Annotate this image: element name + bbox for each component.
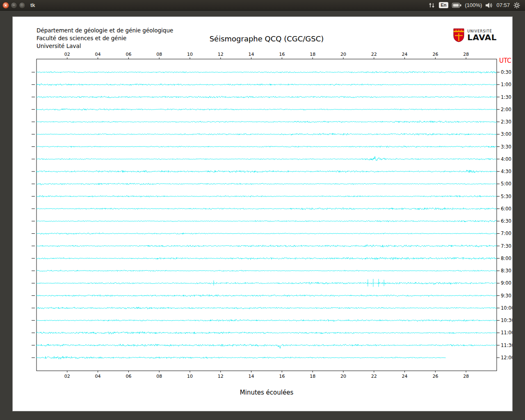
trace-time-label: 10:00 <box>501 305 512 311</box>
maximize-icon: □ <box>21 2 23 8</box>
x-tick-label-bottom: 10 <box>187 374 193 379</box>
battery-label[interactable]: (100%) <box>465 2 482 8</box>
trace-time-label: 12:00 <box>501 355 512 361</box>
trace-time-label: 9:00 <box>501 280 511 286</box>
seismogram-trace <box>37 156 497 160</box>
window-title: tk <box>30 2 35 8</box>
seismogram-trace <box>37 220 497 222</box>
trace-time-label: 0:30 <box>501 69 511 75</box>
trace-time-label: 5:30 <box>501 194 511 199</box>
seismogram-trace <box>37 257 497 260</box>
x-tick-label-top: 18 <box>310 52 315 57</box>
window-buttons: × − □ <box>0 2 25 9</box>
trace-time-label: 3:30 <box>501 144 511 150</box>
volume-icon[interactable] <box>486 2 493 8</box>
x-tick-label-bottom: 24 <box>402 374 408 379</box>
x-tick-label-bottom: 16 <box>279 374 285 379</box>
x-tick-label-top: 16 <box>279 52 285 57</box>
x-tick-label-bottom: 14 <box>249 374 254 379</box>
seismogram-trace <box>37 282 497 285</box>
x-tick-label-bottom: 12 <box>218 374 224 379</box>
minimize-icon: − <box>13 2 15 8</box>
trace-time-label: 4:30 <box>501 169 511 174</box>
seismogram-trace <box>37 344 497 349</box>
seismogram-trace <box>37 270 497 272</box>
x-tick-label-bottom: 28 <box>463 374 469 379</box>
status-tray: En (100%) 07:57 <box>429 2 525 9</box>
trace-time-label: 11:30 <box>501 342 512 348</box>
seismogram-trace <box>37 133 497 135</box>
trace-time-label: 7:30 <box>501 243 511 249</box>
trace-time-label: 8:30 <box>501 268 511 274</box>
battery-icon[interactable] <box>452 3 461 8</box>
seismogram-trace <box>37 170 497 173</box>
seismogram-trace <box>37 244 497 247</box>
seismogram-trace <box>37 84 497 86</box>
seismogram-trace <box>37 294 497 297</box>
trace-time-label: 10:30 <box>501 317 512 323</box>
updown-arrows-icon[interactable] <box>429 2 435 8</box>
seismogram-trace <box>37 71 497 73</box>
seismogram-trace <box>37 183 497 185</box>
x-axis-title: Minutes écoulées <box>240 389 294 396</box>
x-tick-label-top: 24 <box>402 52 408 57</box>
x-tick-label-top: 14 <box>249 52 254 57</box>
x-tick-label-bottom: 20 <box>340 374 346 379</box>
x-tick-label-top: 06 <box>126 52 131 57</box>
seismograph-plot: 0202040406060808101012121414161618182020… <box>13 17 512 411</box>
seismogram-trace <box>37 307 497 309</box>
seismogram-trace <box>37 331 497 334</box>
x-tick-label-bottom: 04 <box>95 374 101 379</box>
trace-time-label: 2:00 <box>501 107 511 112</box>
seismogram-trace <box>37 146 497 147</box>
trace-time-label: 6:00 <box>501 206 511 212</box>
trace-time-label: 3:00 <box>501 131 511 137</box>
trace-time-label: 8:00 <box>501 256 511 261</box>
x-tick-label-top: 10 <box>187 52 193 57</box>
x-tick-label-bottom: 02 <box>64 374 70 379</box>
utc-label: UTC <box>499 57 511 64</box>
close-icon: × <box>5 2 7 8</box>
x-tick-label-bottom: 08 <box>156 374 162 379</box>
session-gear-icon[interactable] <box>514 2 520 9</box>
close-button[interactable]: × <box>2 2 9 9</box>
seismogram-trace <box>37 121 497 123</box>
trace-time-label: 1:30 <box>501 94 511 100</box>
x-tick-label-top: 28 <box>463 52 469 57</box>
trace-time-label: 9:30 <box>501 293 511 299</box>
trace-time-label: 1:00 <box>501 82 511 87</box>
x-tick-label-top: 26 <box>432 52 438 57</box>
seismogram-trace <box>37 208 497 210</box>
trace-time-label: 5:00 <box>501 181 511 187</box>
plot-border <box>37 59 497 371</box>
trace-time-label: 2:30 <box>501 119 511 125</box>
x-tick-label-bottom: 06 <box>126 374 131 379</box>
titlebar: × − □ tk En (100%) 07:57 <box>0 0 525 11</box>
x-tick-label-top: 04 <box>95 52 101 57</box>
maximize-button[interactable]: □ <box>19 2 25 9</box>
x-tick-label-top: 08 <box>156 52 162 57</box>
keyboard-indicator[interactable]: En <box>439 2 448 8</box>
x-tick-label-top: 12 <box>218 52 224 57</box>
seismogram-trace <box>37 233 497 235</box>
x-tick-label-bottom: 26 <box>432 374 438 379</box>
x-tick-label-top: 20 <box>340 52 346 57</box>
seismogram-trace <box>37 356 446 359</box>
x-tick-label-bottom: 18 <box>310 374 315 379</box>
seismogram-trace <box>37 108 497 110</box>
clock[interactable]: 07:57 <box>496 2 510 8</box>
trace-time-label: 6:30 <box>501 218 511 224</box>
trace-time-label: 4:00 <box>501 156 511 162</box>
x-tick-label-top: 02 <box>64 52 70 57</box>
seismograph-window: Département de géologie et de génie géol… <box>12 16 513 411</box>
seismogram-trace <box>37 96 497 98</box>
trace-time-label: 11:00 <box>501 330 512 336</box>
x-tick-label-bottom: 22 <box>371 374 377 379</box>
trace-time-label: 7:00 <box>501 231 511 236</box>
seismogram-trace <box>37 320 497 322</box>
x-tick-label-top: 22 <box>371 52 377 57</box>
minimize-button[interactable]: − <box>11 2 17 9</box>
seismogram-trace <box>37 196 497 197</box>
